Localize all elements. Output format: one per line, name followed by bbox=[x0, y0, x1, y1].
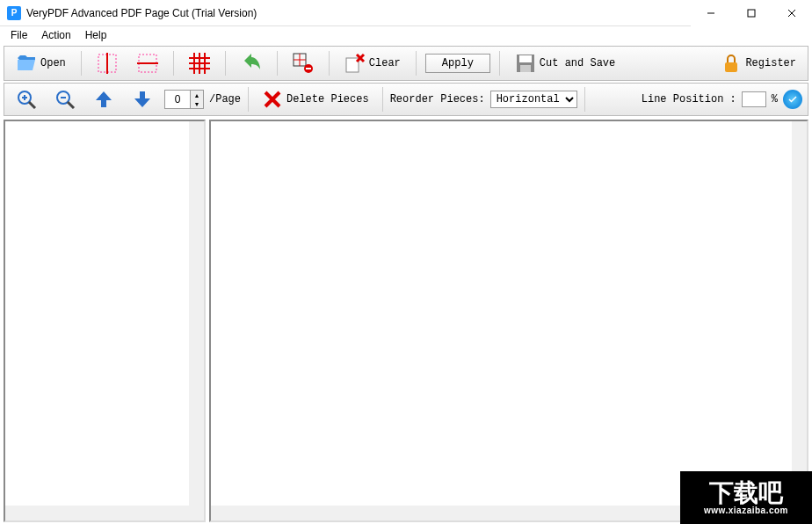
delete-pieces-button[interactable]: Delete Pieces bbox=[256, 86, 375, 113]
apply-button[interactable]: Apply bbox=[425, 54, 490, 73]
percent-label: % bbox=[772, 93, 778, 106]
menu-file[interactable]: File bbox=[4, 27, 34, 43]
separator bbox=[248, 87, 249, 112]
cut-and-save-label: Cut and Save bbox=[540, 57, 615, 69]
app-icon: P bbox=[7, 6, 21, 20]
grid-cut-button[interactable] bbox=[183, 50, 216, 76]
grid-icon bbox=[189, 53, 210, 74]
separator bbox=[81, 51, 82, 76]
menu-action[interactable]: Action bbox=[34, 27, 77, 43]
maximize-button[interactable] bbox=[731, 0, 772, 26]
page-number-input[interactable] bbox=[165, 93, 190, 106]
reorder-label: Reorder Pieces: bbox=[390, 93, 485, 106]
page-view-panel bbox=[209, 120, 808, 522]
page-up-button[interactable] bbox=[87, 86, 120, 113]
secondary-toolbar: ▲ ▼ /Page Delete Pieces Reorder Pieces: … bbox=[4, 83, 808, 116]
undo-icon bbox=[241, 53, 262, 74]
grid-hline-icon bbox=[137, 53, 158, 74]
separator bbox=[382, 87, 383, 112]
lock-icon bbox=[721, 53, 742, 74]
line-position-input[interactable] bbox=[742, 91, 766, 107]
cut-and-save-button[interactable]: Cut and Save bbox=[509, 50, 621, 76]
separator bbox=[416, 51, 417, 76]
open-label: Open bbox=[40, 57, 66, 69]
separator bbox=[584, 87, 585, 112]
scroll-corner bbox=[189, 506, 204, 520]
separator bbox=[499, 51, 500, 76]
page-number-spinner[interactable]: ▲ ▼ bbox=[164, 90, 204, 109]
separator bbox=[277, 51, 278, 76]
svg-line-23 bbox=[68, 102, 74, 108]
add-horizontal-cut-button[interactable] bbox=[131, 50, 164, 76]
zoom-out-button[interactable] bbox=[48, 86, 82, 113]
line-position-label: Line Position : bbox=[642, 93, 736, 106]
scrollbar-horizontal[interactable] bbox=[5, 506, 189, 520]
svg-rect-17 bbox=[725, 62, 737, 72]
window-title: VeryPDF Advanced PDF Page Cut (Trial Ver… bbox=[26, 7, 691, 19]
register-label: Register bbox=[745, 57, 796, 69]
menu-bar: File Action Help bbox=[0, 26, 812, 44]
register-button[interactable]: Register bbox=[714, 50, 802, 76]
watermark-overlay: 下载吧 www.xiazaiba.com bbox=[680, 471, 812, 524]
watermark-text: 下载吧 bbox=[709, 481, 783, 506]
thumbnail-panel bbox=[4, 120, 206, 522]
undo-button[interactable] bbox=[235, 50, 268, 76]
arrow-up-icon bbox=[93, 89, 114, 110]
delete-pieces-label: Delete Pieces bbox=[286, 93, 369, 106]
separator bbox=[173, 51, 174, 76]
zoom-out-icon bbox=[54, 89, 76, 110]
scrollbar-vertical[interactable] bbox=[189, 121, 204, 506]
clear-icon bbox=[344, 53, 366, 74]
separator bbox=[225, 51, 226, 76]
grid-delete-icon bbox=[293, 53, 314, 74]
folder-open-icon bbox=[16, 53, 37, 74]
open-button[interactable]: Open bbox=[10, 50, 72, 76]
watermark-url: www.xiazaiba.com bbox=[704, 506, 788, 515]
zoom-in-icon bbox=[16, 89, 37, 110]
x-delete-icon bbox=[262, 89, 283, 110]
main-toolbar: Open Clear Apply Cut and Save Register bbox=[4, 46, 808, 81]
clear-label: Clear bbox=[369, 57, 401, 69]
svg-rect-15 bbox=[519, 55, 532, 62]
arrow-down-icon bbox=[132, 89, 153, 110]
separator bbox=[329, 51, 330, 76]
page-suffix-label: /Page bbox=[209, 93, 241, 106]
reorder-select[interactable]: Horizontal bbox=[490, 91, 577, 108]
svg-rect-1 bbox=[748, 10, 755, 17]
menu-help[interactable]: Help bbox=[78, 27, 114, 43]
svg-line-19 bbox=[29, 102, 35, 108]
close-button[interactable] bbox=[772, 0, 812, 26]
zoom-in-button[interactable] bbox=[10, 86, 43, 113]
add-vertical-cut-button[interactable] bbox=[91, 50, 124, 76]
scrollbar-vertical[interactable] bbox=[792, 121, 807, 506]
apply-label: Apply bbox=[442, 57, 474, 69]
delete-cut-button[interactable] bbox=[286, 50, 320, 76]
clear-button[interactable]: Clear bbox=[338, 50, 407, 76]
save-icon bbox=[515, 53, 536, 74]
spin-down[interactable]: ▼ bbox=[191, 99, 203, 108]
page-down-button[interactable] bbox=[126, 86, 159, 113]
svg-rect-16 bbox=[520, 65, 531, 72]
spin-up[interactable]: ▲ bbox=[191, 91, 203, 99]
confirm-position-button[interactable] bbox=[783, 90, 802, 109]
minimize-button[interactable] bbox=[691, 0, 731, 26]
grid-vline-icon bbox=[97, 53, 118, 74]
